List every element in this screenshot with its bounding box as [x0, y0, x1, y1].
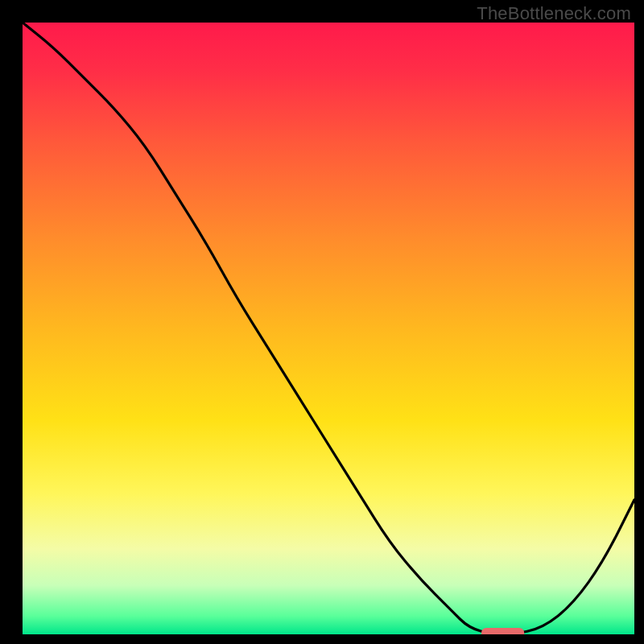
watermark-text: TheBottleneck.com [477, 3, 631, 24]
chart-frame: TheBottleneck.com [0, 0, 644, 644]
optimal-marker [23, 23, 634, 634]
svg-rect-0 [481, 628, 524, 634]
